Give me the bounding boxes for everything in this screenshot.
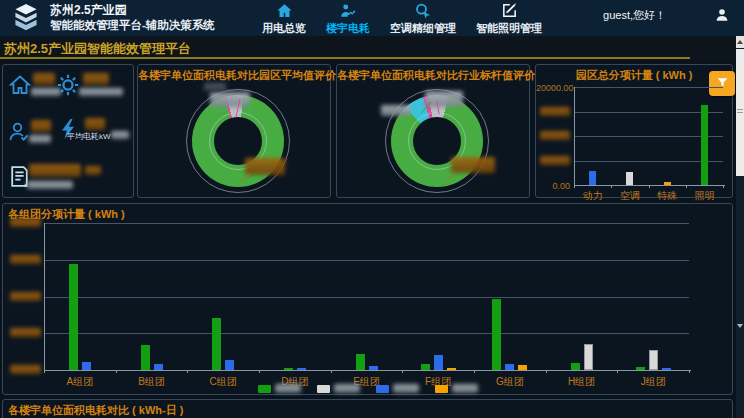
stat-label-redacted <box>29 135 51 143</box>
main-nav: 用电总览楼宇电耗空调精细管理智能照明管理 <box>262 2 542 36</box>
home-icon <box>276 2 293 20</box>
donut-park-average-panel: 各楼宇单位面积电耗对比园区平均值评价 <box>137 64 331 198</box>
legend-label-redacted <box>452 384 478 393</box>
stat-value-redacted <box>85 118 105 130</box>
legend-item-空调[interactable] <box>317 384 360 393</box>
bar-特殊 <box>664 182 671 185</box>
xtick-label: 空调 <box>615 189 645 203</box>
xtick-label: 动力 <box>578 189 608 203</box>
bar-照明-F组团 <box>421 364 430 370</box>
legend-swatch <box>258 385 271 393</box>
app-title-line2: 智能能效管理平台-辅助决策系统 <box>50 18 215 32</box>
stat-extra-redacted <box>85 166 101 175</box>
legend-item-特殊[interactable] <box>435 384 478 393</box>
gridline <box>44 260 689 261</box>
x-tick <box>259 370 260 373</box>
stat-label-redacted <box>27 181 73 189</box>
y-axis <box>574 87 575 185</box>
legend-item-动力[interactable] <box>376 384 419 393</box>
x-axis <box>574 185 725 186</box>
bar-照明-D组团 <box>284 368 293 370</box>
bar-动力-D组团 <box>297 368 306 370</box>
nav-item-label: 空调精细管理 <box>390 21 456 36</box>
home-outline-icon <box>8 73 32 101</box>
app-header: 苏州2.5产业园 智能能效管理平台-辅助决策系统 用电总览楼宇电耗空调精细管理智… <box>0 0 744 36</box>
user-icon[interactable] <box>714 7 730 27</box>
scroll-up-button[interactable] <box>736 36 744 48</box>
gridline <box>574 87 723 88</box>
nav-item-1[interactable]: 用电总览 <box>262 2 306 36</box>
park-submetering-chart: 20000.000.00动力空调特殊照明 <box>536 65 732 197</box>
bar-照明-E组团 <box>356 354 365 370</box>
scrollbar-thumb[interactable] <box>736 49 744 176</box>
donut-industry-benchmark-chart <box>337 65 529 197</box>
stat-label-redacted <box>111 131 129 139</box>
x-tick <box>574 185 575 188</box>
x-tick <box>611 185 612 188</box>
legend-item-照明[interactable] <box>258 384 301 393</box>
stat-value-redacted <box>29 164 81 177</box>
ytick-label-redacted <box>10 218 41 227</box>
stat-label-prefix: 平均电耗kW <box>67 131 111 142</box>
ytick-label-redacted <box>10 292 41 301</box>
legend-label-redacted <box>393 384 419 393</box>
nav-item-2[interactable]: 楼宇电耗 <box>326 2 370 36</box>
bar-照明-C组团 <box>212 318 221 370</box>
stat-label-redacted <box>79 88 123 96</box>
nav-item-4[interactable]: 智能照明管理 <box>476 2 542 36</box>
nav-item-label: 楼宇电耗 <box>326 21 370 36</box>
greeting-text: guest,您好！ <box>603 8 666 23</box>
bar-照明-J组团 <box>636 367 645 370</box>
legend-swatch <box>435 385 448 393</box>
nav-item-3[interactable]: 空调精细管理 <box>390 2 456 36</box>
ytick-label-redacted <box>540 107 570 116</box>
cluster-submetering-panel: 各组团分项计量 ( kWh ) A组团B组团C组团D组团E组团F组团G组团H组团… <box>2 203 733 395</box>
user-outline-icon <box>7 120 31 148</box>
bar-照明-H组团 <box>571 363 580 370</box>
building-comparison-title: 各楼宇单位面积电耗对比 ( kWh-日 ) <box>3 403 732 418</box>
bar-动力-F组团 <box>434 355 443 370</box>
ytick-label: 20000.00 <box>536 83 570 93</box>
arrow-up-icon <box>737 40 743 44</box>
app: 苏州2.5产业园 智能能效管理平台-辅助决策系统 用电总览楼宇电耗空调精细管理智… <box>0 0 744 418</box>
ytick-label-redacted <box>10 255 41 264</box>
bar-动力 <box>589 171 596 185</box>
gear-icon <box>55 72 81 102</box>
x-tick <box>617 370 618 373</box>
x-tick <box>723 185 724 188</box>
page-titlebar: 苏州2.5产业园智能能效管理平台 <box>0 36 736 60</box>
bar-空调-H组团 <box>584 344 593 370</box>
bar-照明-B组团 <box>141 345 150 370</box>
x-tick <box>649 185 650 188</box>
building-stats-panel: 平均电耗kW <box>2 64 134 198</box>
scrollbar-grip <box>737 109 743 115</box>
x-tick <box>44 370 45 373</box>
gridline <box>44 297 689 298</box>
nav-item-label: 智能照明管理 <box>476 21 542 36</box>
donut-label-redacted <box>245 158 285 175</box>
legend-swatch <box>376 385 389 393</box>
user-chart-icon <box>339 2 357 20</box>
legend-swatch <box>317 385 330 393</box>
scrollbar[interactable] <box>736 36 744 418</box>
app-logo-icon <box>8 3 44 33</box>
ytick-label-redacted <box>10 328 41 337</box>
nav-item-label: 用电总览 <box>262 21 306 36</box>
x-tick <box>546 370 547 373</box>
cluster-submetering-chart: A组团B组团C组团D组团E组团F组团G组团H组团J组团 <box>3 204 732 394</box>
donut-label-redacted <box>204 83 226 91</box>
x-tick <box>187 370 188 373</box>
gridline <box>44 223 689 224</box>
bar-动力-C组团 <box>225 360 234 370</box>
park-submetering-panel: 园区总分项计量 ( kWh ) 20000.000.00动力空调特殊照明 <box>535 64 733 198</box>
ytick-label: 0.00 <box>536 181 570 191</box>
bar-照明-G组团 <box>492 299 501 370</box>
y-axis <box>44 223 45 370</box>
gridline <box>44 333 689 334</box>
bar-动力-E组团 <box>369 366 378 370</box>
stat-value-redacted <box>31 120 51 132</box>
donut-label-redacted <box>381 105 411 116</box>
bar-照明 <box>701 105 708 185</box>
xtick-label: 照明 <box>689 189 719 203</box>
donut-park-average-chart <box>138 65 330 197</box>
